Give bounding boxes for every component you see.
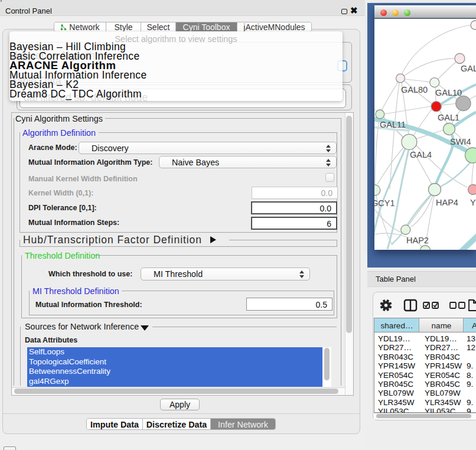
svg-text:HAP4: HAP4 (436, 198, 458, 207)
svg-text:GAL10: GAL10 (435, 88, 462, 97)
svg-text:GCY1: GCY1 (374, 198, 395, 208)
svg-text:YM: YM (470, 198, 476, 207)
svg-text:GAL4: GAL4 (410, 150, 432, 159)
svg-text:GAL7: GAL7 (461, 64, 476, 73)
svg-text:GAL11: GAL11 (380, 120, 406, 129)
svg-text:GAL80: GAL80 (401, 85, 428, 94)
svg-text:SWI4: SWI4 (450, 137, 471, 146)
svg-text:HAP2: HAP2 (406, 236, 429, 245)
svg-text:GAL1: GAL1 (438, 113, 459, 122)
